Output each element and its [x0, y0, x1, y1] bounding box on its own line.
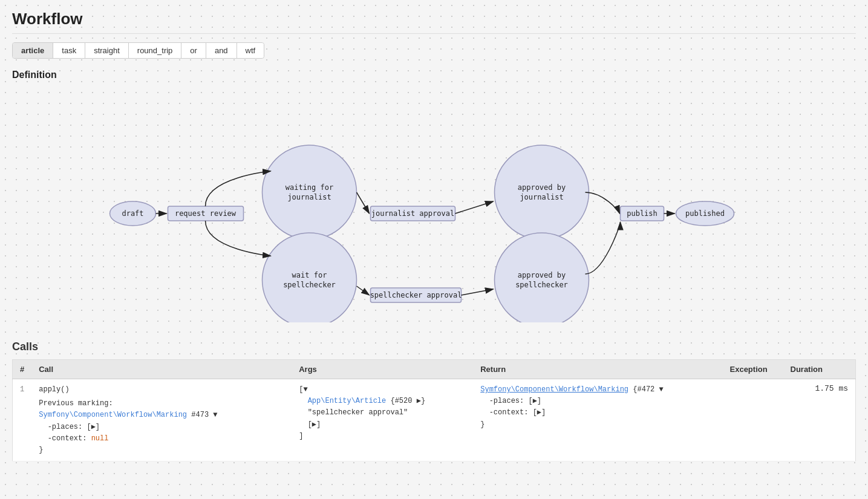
workflow-diagram: draft request review waiting for journal…	[12, 86, 856, 322]
svg-line-26	[357, 192, 370, 214]
svg-point-5	[263, 145, 357, 240]
tab-round_trip[interactable]: round_trip	[129, 43, 182, 58]
calls-table: # Call Args Return Exception Duration 1 …	[12, 359, 856, 461]
tab-straight[interactable]: straight	[85, 43, 129, 58]
row-args: [▼ App\Entity\Article {#520 ▶} "spellche…	[292, 379, 473, 461]
svg-text:journalist approval: journalist approval	[371, 209, 454, 218]
svg-point-10	[495, 145, 589, 240]
svg-text:wait for: wait for	[292, 271, 327, 279]
svg-line-27	[455, 201, 494, 214]
table-row: 1 apply() Previous marking: Symfony\Comp…	[13, 379, 856, 461]
svg-text:request review: request review	[175, 209, 237, 218]
tab-and[interactable]: and	[206, 43, 237, 58]
page-title: Workflow	[12, 10, 856, 28]
tabs-row: articletaskstraightround_triporandwtf	[12, 42, 264, 59]
svg-text:approved by: approved by	[518, 271, 566, 279]
svg-text:spellchecker: spellchecker	[515, 281, 568, 289]
tab-or[interactable]: or	[181, 43, 206, 58]
row-duration: 1.75 ms	[783, 379, 856, 461]
tab-article[interactable]: article	[13, 43, 53, 58]
col-num: #	[13, 360, 32, 379]
svg-text:published: published	[685, 209, 725, 218]
tab-task[interactable]: task	[53, 43, 85, 58]
svg-text:spellchecker: spellchecker	[283, 281, 336, 289]
row-num: 1	[13, 379, 32, 461]
row-exception	[723, 379, 783, 461]
svg-text:journalist: journalist	[287, 193, 331, 201]
col-duration: Duration	[783, 360, 856, 379]
svg-text:approved by: approved by	[518, 183, 566, 192]
svg-text:draft: draft	[122, 209, 143, 218]
svg-text:spellchecker approval: spellchecker approval	[370, 291, 462, 299]
calls-table-header-row: # Call Args Return Exception Duration	[13, 360, 856, 379]
tab-wtf[interactable]: wtf	[237, 43, 264, 58]
row-return: Symfony\Component\Workflow\Marking {#472…	[473, 379, 722, 461]
svg-text:journalist: journalist	[520, 193, 563, 201]
row-call: apply() Previous marking: Symfony\Compon…	[31, 379, 292, 461]
calls-section: Calls # Call Args Return Exception Durat…	[12, 341, 856, 461]
definition-title: Definition	[12, 70, 856, 80]
svg-line-28	[357, 286, 370, 295]
svg-line-29	[462, 289, 494, 295]
col-args: Args	[292, 360, 473, 379]
svg-text:waiting for: waiting for	[286, 183, 333, 192]
col-exception: Exception	[723, 360, 783, 379]
col-return: Return	[473, 360, 722, 379]
calls-section-title: Calls	[12, 341, 856, 353]
title-divider	[12, 33, 856, 34]
col-call: Call	[31, 360, 292, 379]
svg-text:publish: publish	[627, 209, 658, 218]
